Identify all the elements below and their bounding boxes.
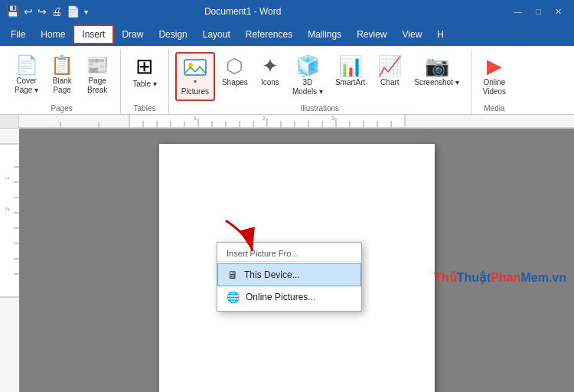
menu-help[interactable]: H <box>429 26 452 43</box>
this-device-label: This Device... <box>244 270 300 280</box>
icons-label: Icons <box>261 78 279 87</box>
title-bar-icons: 💾 ↩ ↪ 🖨 📄 ▾ <box>6 5 88 18</box>
close-button[interactable]: ✕ <box>549 5 568 18</box>
online-pictures-item[interactable]: 🌐 Online Pictures... <box>217 286 361 308</box>
ribbon-group-pages: 📄 CoverPage ▾ 📋 BlankPage 📰 PageBreak Pa… <box>3 49 121 114</box>
table-button[interactable]: ⊞ Table ▾ <box>127 52 162 93</box>
document-area: Ký và ghi rõ họ tên ThủThuậtPhanMem.vn I… <box>19 129 574 392</box>
online-pictures-icon: 🌐 <box>227 291 240 303</box>
svg-text:2: 2 <box>263 115 266 122</box>
menu-draw[interactable]: Draw <box>114 26 151 43</box>
illustrations-group-label: Illustrations <box>175 104 465 114</box>
blank-page-icon: 📋 <box>51 56 73 74</box>
watermark-vn: vn <box>552 271 566 284</box>
cover-page-label: CoverPage ▾ <box>15 77 38 95</box>
online-videos-label: OnlineVideos <box>483 78 506 96</box>
ruler-corner <box>0 115 19 128</box>
cover-page-button[interactable]: 📄 CoverPage ▾ <box>9 52 44 99</box>
watermark-mem: Mem <box>520 271 548 284</box>
smartart-button[interactable]: 📊 SmartArt <box>330 52 370 91</box>
watermark-thu: Thủ <box>434 271 457 284</box>
page-break-label: PageBreak <box>87 77 107 95</box>
menu-file[interactable]: File <box>3 26 33 43</box>
down-icon[interactable]: ▾ <box>84 8 88 16</box>
ruler-svg: 1 2 3 <box>22 115 571 127</box>
ribbon-group-illustrations: ▾ Pictures ⬡ Shapes ✦ Icons 🧊 3DModels ▾… <box>169 49 471 114</box>
tables-group-label: Tables <box>127 104 162 114</box>
screenshot-icon: 📷 <box>425 56 449 76</box>
smartart-label: SmartArt <box>335 78 365 87</box>
pictures-label: Pictures <box>181 87 209 96</box>
ruler-marks: 1 2 3 <box>19 115 574 127</box>
ribbon-group-media: ▶ OnlineVideos Media <box>471 49 517 114</box>
3d-models-label: 3DModels ▾ <box>292 78 323 96</box>
screenshot-button[interactable]: 📷 Screenshot ▾ <box>409 52 464 91</box>
pages-group-label: Pages <box>9 104 114 114</box>
ruler-row: 1 2 3 <box>0 115 574 129</box>
screenshot-label: Screenshot ▾ <box>414 78 458 87</box>
title-bar: 💾 ↩ ↪ 🖨 📄 ▾ Document1 - Word — □ ✕ <box>0 0 574 23</box>
main-area: 1 2 Ký và ghi rõ họ tên ThủThuậtPhanMem.… <box>0 129 574 392</box>
pictures-icon <box>183 57 207 78</box>
blank-page-label: BlankPage <box>53 77 72 95</box>
illustrations-items: ▾ Pictures ⬡ Shapes ✦ Icons 🧊 3DModels ▾… <box>175 49 465 104</box>
shapes-button[interactable]: ⬡ Shapes <box>217 52 253 91</box>
shapes-icon: ⬡ <box>226 56 243 76</box>
save-icon[interactable]: 💾 <box>6 5 19 18</box>
online-videos-button[interactable]: ▶ OnlineVideos <box>478 52 511 100</box>
chart-icon: 📈 <box>377 56 402 76</box>
arrow-overlay <box>210 213 272 259</box>
window-controls: — □ ✕ <box>507 5 568 18</box>
pictures-button[interactable]: ▾ Pictures <box>175 52 215 101</box>
cover-page-icon: 📄 <box>15 56 38 74</box>
3d-models-icon: 🧊 <box>295 56 320 76</box>
menu-mailings[interactable]: Mailings <box>300 26 349 43</box>
media-items: ▶ OnlineVideos <box>478 49 511 104</box>
page-break-button[interactable]: 📰 PageBreak <box>80 52 114 99</box>
minimize-button[interactable]: — <box>507 5 528 18</box>
tables-items: ⊞ Table ▾ <box>127 49 162 104</box>
chart-button[interactable]: 📈 Chart <box>372 52 407 91</box>
online-pictures-label: Online Pictures... <box>246 292 315 302</box>
blank-page-button[interactable]: 📋 BlankPage <box>45 52 79 99</box>
horizontal-ruler: 1 2 3 <box>19 115 574 128</box>
table-label: Table ▾ <box>132 80 157 89</box>
svg-text:1: 1 <box>194 115 197 122</box>
page-break-icon: 📰 <box>86 56 109 74</box>
ribbon: 📄 CoverPage ▾ 📋 BlankPage 📰 PageBreak Pa… <box>0 46 574 115</box>
shapes-label: Shapes <box>222 78 248 87</box>
window-title: Document1 - Word <box>204 6 281 17</box>
icons-icon: ✦ <box>262 56 279 76</box>
menu-references[interactable]: References <box>238 26 300 43</box>
menu-view[interactable]: View <box>395 26 430 43</box>
chart-label: Chart <box>380 78 399 87</box>
menu-layout[interactable]: Layout <box>195 26 238 43</box>
undo-icon[interactable]: ↩ <box>24 5 33 18</box>
icons-button[interactable]: ✦ Icons <box>255 52 285 91</box>
pages-items: 📄 CoverPage ▾ 📋 BlankPage 📰 PageBreak <box>9 49 114 104</box>
maximize-button[interactable]: □ <box>530 5 547 18</box>
watermark-thuat: Thuật <box>457 271 491 284</box>
svg-text:3: 3 <box>331 115 335 122</box>
online-videos-icon: ▶ <box>487 56 502 76</box>
menu-insert[interactable]: Insert <box>73 24 114 44</box>
svg-text:1: 1 <box>4 176 11 180</box>
media-group-label: Media <box>478 104 511 114</box>
new-doc-icon[interactable]: 📄 <box>67 5 80 18</box>
menu-bar: File Home Insert Draw Design Layout Refe… <box>0 23 574 46</box>
smartart-icon: 📊 <box>338 56 363 76</box>
watermark-phan: Phan <box>491 271 520 284</box>
menu-design[interactable]: Design <box>151 26 194 43</box>
menu-review[interactable]: Review <box>349 26 394 43</box>
ribbon-group-tables: ⊞ Table ▾ Tables <box>121 49 169 114</box>
3d-models-button[interactable]: 🧊 3DModels ▾ <box>287 52 328 100</box>
table-icon: ⊞ <box>135 56 153 77</box>
ruler-v-svg: 1 2 <box>0 129 19 392</box>
this-device-item[interactable]: 🖥 This Device... <box>217 263 361 286</box>
watermark: ThủThuậtPhanMem.vn <box>434 270 566 285</box>
menu-home[interactable]: Home <box>33 26 73 43</box>
svg-text:2: 2 <box>4 207 11 211</box>
redo-icon[interactable]: ↪ <box>38 5 47 18</box>
print-icon[interactable]: 🖨 <box>51 5 62 18</box>
vertical-ruler: 1 2 <box>0 129 19 392</box>
